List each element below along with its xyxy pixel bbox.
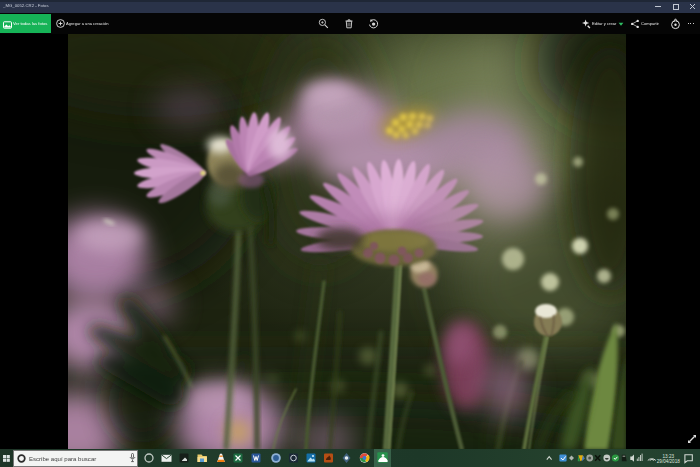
svg-text:29/04/2018: 29/04/2018 bbox=[657, 459, 680, 464]
